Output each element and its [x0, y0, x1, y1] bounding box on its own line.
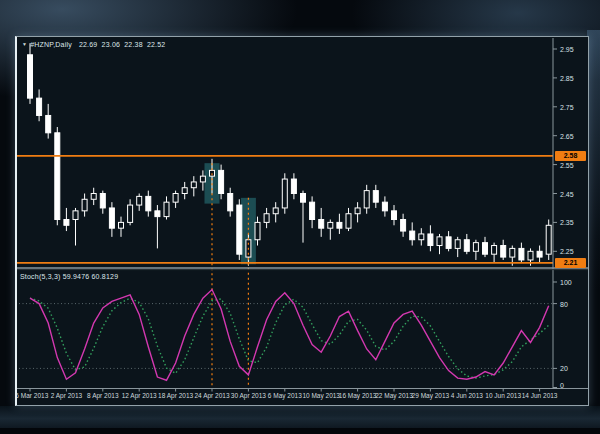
candle-bull [128, 205, 133, 222]
time-axis[interactable]: 26 Mar 20132 Apr 20138 Apr 201312 Apr 20… [17, 389, 588, 405]
candle-bear [219, 170, 224, 193]
candle-bull [73, 211, 78, 220]
candle-bear [464, 240, 469, 252]
date-axis-label: 16 May 2013 [339, 392, 377, 399]
price-axis-label: 2.65 [560, 132, 574, 139]
candle-bull [119, 222, 124, 228]
bezel-band-bottom-edge [0, 428, 600, 434]
candle-bear [291, 179, 296, 193]
candle-bull [419, 234, 424, 240]
stoch-axis-label: 20 [560, 365, 568, 372]
price-axis-label: 2.35 [560, 219, 574, 226]
candle-bear [519, 248, 524, 260]
candle-bull [264, 214, 269, 223]
price-axis-label: 2.25 [560, 248, 574, 255]
price-axis-label: 2.55 [560, 161, 574, 168]
price-axis-label: 2.45 [560, 190, 574, 197]
candle-bull [164, 202, 169, 216]
date-axis-label: 26 Mar 2013 [15, 392, 48, 399]
candle-bear [228, 194, 233, 211]
candle-bull [191, 182, 196, 188]
candle-bull [173, 194, 178, 203]
candle-bull [82, 199, 87, 211]
candle-bull [437, 237, 442, 246]
date-axis-label: 22 May 2013 [375, 392, 413, 399]
candle-bear [319, 220, 324, 229]
candle-bear [55, 133, 60, 220]
candle-bull [546, 225, 551, 254]
date-axis-label: 18 Apr 2013 [158, 392, 193, 399]
price-axis-label: 2.75 [560, 103, 574, 110]
price-axis-label: 2.85 [560, 74, 574, 81]
candle-bear [310, 202, 315, 219]
ohlc-values: 22.69 23.06 22.38 22.52 [79, 41, 166, 48]
candle-bull [328, 222, 333, 228]
chart-window: ▼#HZNP,Daily22.69 23.06 22.38 22.52 Stoc… [15, 36, 589, 406]
candle-bear [109, 208, 114, 228]
candle-bear [501, 246, 506, 258]
candle-bear [64, 220, 69, 226]
candle-bear [373, 191, 378, 203]
price-tag: 2.21 [555, 258, 586, 268]
candle-bear [401, 220, 406, 232]
candle-bull [255, 222, 260, 239]
symbol-timeframe-label: #HZNP,Daily [30, 41, 72, 48]
candle-bull [355, 208, 360, 214]
candle-bull [364, 191, 369, 208]
date-axis-label: 10 Jun 2013 [485, 392, 521, 399]
candle-bear [301, 194, 306, 203]
chart-canvas[interactable] [17, 37, 588, 405]
stochastic-label: Stoch(5,3,3) 59.9476 60.8129 [20, 273, 118, 281]
candle-bear [28, 55, 33, 98]
chart-dropdown-marker-icon[interactable]: ▼ [22, 41, 27, 47]
candle-bear [392, 211, 397, 220]
candle-bull [200, 176, 205, 182]
date-axis-label: 8 Apr 2013 [87, 392, 118, 399]
candle-bear [410, 231, 415, 240]
price-tag: 2.58 [555, 151, 586, 161]
stoch-axis-label: 80 [560, 300, 568, 307]
stoch-axis-label: 100 [560, 279, 572, 286]
candle-bear [100, 194, 105, 208]
candle-bear [46, 115, 51, 132]
candle-bear [337, 222, 342, 228]
candle-bull [346, 214, 351, 228]
candle-bull [510, 248, 515, 257]
stoch-axis-label: 0 [560, 382, 564, 389]
date-axis-label: 12 Apr 2013 [122, 392, 157, 399]
candle-bear [37, 98, 42, 115]
stoch-signal-line [30, 298, 549, 378]
candle-bear [382, 202, 387, 211]
candle-bull [528, 251, 533, 260]
candle-bull [91, 194, 96, 200]
candle-bull [282, 179, 287, 208]
date-axis-label: 30 Apr 2013 [231, 392, 266, 399]
date-axis-label: 14 Jun 2013 [522, 392, 558, 399]
candle-bear [446, 237, 451, 249]
date-axis-label: 6 May 2013 [268, 392, 302, 399]
price-axis-label: 2.95 [560, 46, 574, 53]
date-axis-label: 24 Apr 2013 [194, 392, 229, 399]
date-axis-label: 29 May 2013 [412, 392, 450, 399]
candle-bear [428, 234, 433, 246]
date-axis-label: 10 May 2013 [302, 392, 340, 399]
candle-bull [182, 188, 187, 194]
date-axis-label: 2 Apr 2013 [51, 392, 82, 399]
candle-bear [146, 196, 151, 210]
candle-bull [473, 243, 478, 252]
candle-bear [155, 211, 160, 217]
chart-title: ▼#HZNP,Daily22.69 23.06 22.38 22.52 [22, 40, 165, 49]
candle-bull [273, 208, 278, 214]
candle-bull [455, 240, 460, 249]
candle-bull [492, 246, 497, 255]
monitor-bezel: ▼#HZNP,Daily22.69 23.06 22.38 22.52 Stoc… [0, 0, 600, 434]
candle-bear [483, 243, 488, 255]
price-scale[interactable]: 2.952.852.752.652.552.452.352.2510080200… [554, 37, 588, 405]
candle-bear [237, 205, 242, 254]
date-axis-label: 4 Jun 2013 [451, 392, 483, 399]
candle-bear [537, 251, 542, 257]
candle-bull [137, 196, 142, 205]
